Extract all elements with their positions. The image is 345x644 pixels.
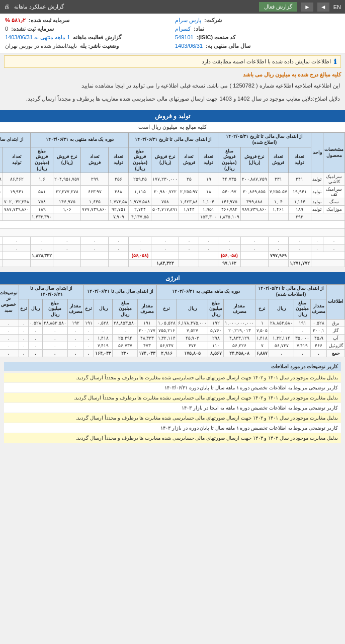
fiscal-value: 1403/06/31 xyxy=(175,43,203,49)
grand-total-row: ۱,۲۷۱,۷۷۲ ۹۷,۱۶۲ ۱,۸۳,۳۲۲ xyxy=(0,260,345,267)
header-grid: شرکت: پارس سرام سرمایه ثبت شده: ۵۸۱٫۲ % … xyxy=(5,17,340,50)
capital-unreg-row: سرمایه ثبت نشده: 0 xyxy=(5,25,170,33)
th-prod1: تعدادتولید xyxy=(288,147,311,173)
energy-title: انرژی xyxy=(165,275,180,282)
production-section-header: تولید و فروش xyxy=(0,110,345,122)
nav-prev-button[interactable]: ◄ xyxy=(317,3,329,12)
note-text-1: بدلیل مغایرت موجود در سال ۱۴۰۱ و ۱۴۰۲ جه… xyxy=(76,375,338,380)
energy-table-wrapper: اطلاعات از ابتدای سال مالی تا ۱۴۰۲/۰۵/۳۱… xyxy=(0,284,345,357)
note-item-5: بدلیل مغایرت موجود در سال ۱۴۰۱ و ۱۴۰۲ جه… xyxy=(4,413,341,423)
note-item-6: کاربر توضیحی مربوط به اطلاعات تخصیص دوره… xyxy=(4,423,341,433)
unit-cell: تولید xyxy=(311,173,323,186)
production-table: مشخصاتمحصول واحد از ابتدای سال مالی تا ت… xyxy=(0,132,345,267)
th-sales4: تعدادفروش xyxy=(0,147,3,173)
th-prod4: تعدادتولید xyxy=(3,147,31,173)
th-en-period3: از ابتدای سال مالی تا ۱۴۰۳/۰۶/۳۱ xyxy=(83,285,156,299)
note-text-4: کاربر توضیحی مربوط به اطلاعات تخصیص دوره… xyxy=(182,405,338,411)
energy-row: برق ۰,۵۲۸ ۱۹۱ ۲۸,۸۵۳,۵۸۰ ۱ ۱,۰۰۰,۰۰۰,۰۰۰… xyxy=(0,319,345,327)
capital-reg-label: سرمایه ثبت شده: xyxy=(29,17,69,24)
energy-table: اطلاعات از ابتدای سال مالی تا ۱۴۰۲/۰۵/۳۱… xyxy=(0,284,345,357)
production-subtitle: کلیه مبالغ به میلیون ریال است xyxy=(0,122,345,132)
report-period-label: گزارش فعالیت ماهانه xyxy=(73,34,121,41)
table-row: سنگ تولید ۱,۱۶۴ ۱,۰۴ ۳۹۹,۸۸۸ ۱۴۶,۹۷۵ ۱,۱… xyxy=(0,198,345,206)
table-row: سرامیک کاشی تولید ۲۴۱ ۳۳۱ ۲۰۰,۸۸۷,۷۵۹ ۴۴… xyxy=(0,173,345,186)
page-title-text: گزارش عملکرد ماهانه xyxy=(14,4,64,10)
header-section: شرکت: پارس سرام سرمایه ثبت شده: ۵۸۱٫۲ % … xyxy=(0,14,345,53)
energy-col-headers: مقدارمصرف مبلغمیلیونریال ریال نرخ مقدارم… xyxy=(0,299,345,319)
note-item-1: بدلیل مغایرت موجود در سال ۱۴۰۱ و ۱۴۰۲ جه… xyxy=(4,373,341,383)
th-price2: نرخ فروش(ریال) xyxy=(151,147,179,173)
company-row: شرکت: پارس سرام xyxy=(175,17,340,24)
report-active-button[interactable]: گزارش فعال xyxy=(259,2,297,12)
desc1: این اطلاعیه اصلاحیه اطلاعیه شماره ( 1250… xyxy=(0,79,345,93)
nav-next-button[interactable]: ► xyxy=(301,3,313,12)
note-item-7: بدلیل مغایرت موجود در سال ۱۴۰۲ و ۱۴۰۳ جه… xyxy=(4,433,341,443)
page-title-bar: گزارش عملکرد ماهانه 🖨 xyxy=(4,4,64,10)
energy-row: آب ۴۵٫۹ ۳۵,۰۰۰ ۱,۳۲,۱۱۴ ۱,۴۱۸ ۴,۸۳۳,۱۲۹ … xyxy=(0,334,345,342)
capital-unreg-label: سرمایه ثبت نشده: xyxy=(11,26,54,32)
symbol-row: نماد: کسرام xyxy=(175,25,340,33)
notes-header: کاربر توضیحات در مورد اصلاحات xyxy=(4,362,341,371)
notes-title: کاربر توضیحات در مورد اصلاحات xyxy=(271,364,338,369)
dot-row: . . . . . . . . . . . . . . . . . . xyxy=(0,237,345,245)
net-total-row: ۷۹۷,۹۶۹ (۵۶,۰۵۸) (۵۶,۰۵۸) ۱,۸۲۸,۳۲۲ xyxy=(0,252,345,260)
th-amount1: مبلغفروش(میلیونریال) xyxy=(218,147,240,173)
note-text-3: بدلیل مغایرت موجود در سال ۱۴۰۱ و ۱۴۰۲ جه… xyxy=(74,395,338,400)
production-table-wrapper: مشخصاتمحصول واحد از ابتدای سال مالی تا ت… xyxy=(0,132,345,267)
info-bar: ℹ اطلاعات نمایش داده شده با اطلاعات اصمه… xyxy=(4,55,341,68)
th-en-period1: از ابتدای سال مالی تا ۱۴۰۲/۰۵/۳۱(اصلاحات… xyxy=(255,285,326,299)
energy-period-header: اطلاعات از ابتدای سال مالی تا ۱۴۰۲/۰۵/۳۱… xyxy=(0,285,345,299)
th-en-period4: از ابتدای سال مالی تا ۱۴۰۳/۰۶/۳۱ xyxy=(19,285,84,299)
unit-cell: تولید xyxy=(311,198,323,206)
energy-row: گازوئیل ۴۶۶ ۷,۴۱۹ ۵۶,۷۳۷ ۷ ۵۶,۳۲۶ ۱۱۰ ۴۷… xyxy=(0,342,345,349)
energy-section-header: انرژی xyxy=(0,272,345,284)
product-name: موزاییک xyxy=(323,206,345,213)
note-text-2: کاربر توضیحی مربوط به اطلاعات تخصیص دوره… xyxy=(164,385,338,390)
period-header-row: مشخصاتمحصول واحد از ابتدای سال مالی تا ت… xyxy=(0,133,345,147)
unit-cell: تولید xyxy=(311,186,323,198)
production-title: تولید و فروش xyxy=(155,113,190,120)
capital-reg-value: ۵۸۱٫۲ % xyxy=(5,17,26,24)
th-prod2: تعدادتولید xyxy=(199,147,218,173)
lang-label: EN xyxy=(333,4,341,10)
capital-reg-row: سرمایه ثبت شده: ۵۸۱٫۲ % xyxy=(5,17,170,24)
th-amount2: مبلغفروش(میلیونریال) xyxy=(129,147,151,173)
product-name: سرامیک کف xyxy=(323,186,345,198)
col-header-row: تعدادتولید تعدادفروش نرخ فروش(ریال) مبلغ… xyxy=(0,147,345,173)
note-text-6: کاربر توضیحی مربوط به اطلاعات تخصیص دوره… xyxy=(160,425,338,431)
th-period1: از ابتدای سال مالی تا تاریخ ۱۴۰۲/۰۵/۳۱(ا… xyxy=(218,133,311,147)
report-period-row: گزارش فعالیت ماهانه 1 ماهه منتهی به 1403… xyxy=(5,34,170,41)
empty-row2 xyxy=(0,229,345,237)
table-row: سرامیک کف تولید ۱۹,۹۴۱ ۷,۲۵۵.۵۷ ۳۰,۸۶۹,۸… xyxy=(0,186,345,198)
th-sales1: تعدادفروش xyxy=(268,147,288,173)
isic-value: 549101 xyxy=(175,34,194,41)
status-label: وضعیت ناشر: بله xyxy=(80,43,119,49)
symbol-value: کسرام xyxy=(175,26,191,32)
product-name: سنگ xyxy=(323,198,345,206)
th-price1: نرخ فروش(ریال) xyxy=(240,147,268,173)
empty-row xyxy=(0,221,345,229)
note-text-7: بدلیل مغایرت موجود در سال ۱۴۰۲ و ۱۴۰۳ جه… xyxy=(76,435,338,441)
th-unit: واحد xyxy=(311,133,323,173)
th-period4: از ابتدای سال مالی تا تاریخ ۱۴۰۳/۰۶/۳۱ xyxy=(0,133,31,147)
th-price3: نرخ فروش(ریال) xyxy=(53,147,81,173)
note-text-5: بدلیل مغایرت موجود در سال ۱۴۰۱ و ۱۴۰۲ جه… xyxy=(76,415,338,421)
capital-unreg-value: 0 xyxy=(5,26,8,32)
status-row: وضعیت ناشر: بله تایید/انتشار شده در بورس… xyxy=(5,42,170,50)
energy-total-row: جمع . . . ۶,۸۸۷ ۲۴,۲۵۸,۰۸ ۸,۵۶۷ ۱۷۵,۸۰۵ … xyxy=(0,349,345,357)
desc2: دلایل اصلاح:دلایل معایب موجود در سال 140… xyxy=(0,93,345,106)
th-period2: از ابتدای سال مالی تا تاریخ ۱۴۰۳/۰۶/۳۱ xyxy=(129,133,218,147)
subtotal-row: ۲۹۳ ۱,۸۳۵,۱۰۹ ۱۵۳,۳۰۰ ۴,۱۳۷,۵۵ ۷,۹۰۹ ۱,۴… xyxy=(0,213,345,221)
isic-label: کد صنعت (ISIC): xyxy=(197,34,236,41)
printer-icon[interactable]: 🖨 xyxy=(4,4,10,10)
unit-cell: تولید xyxy=(311,206,323,213)
th-product-desc: مشخصاتمحصول xyxy=(323,133,345,173)
note-item-2: کاربر توضیحی مربوط به اطلاعات تخصیص دوره… xyxy=(4,383,341,393)
note-item-3: بدلیل مغایرت موجود در سال ۱۴۰۱ و ۱۴۰۲ جه… xyxy=(4,393,341,403)
company-value: پارس سرام xyxy=(175,17,201,24)
th-en-period2: دوره یک ماهه منتهی به ۱۴۰۳/۰۶/۳۱ xyxy=(156,285,255,299)
top-bar-left: EN ◄ ► گزارش فعال xyxy=(259,2,341,12)
production-subtitle-text: کلیه مبالغ به میلیون ریال است xyxy=(138,124,206,130)
th-period3: دوره یک ماهه منتهی به ۱۴۰۳/۰۶/۳۱ xyxy=(31,133,129,147)
report-period-value: 1 ماهه منتهی به 1403/06/31 xyxy=(5,34,70,41)
